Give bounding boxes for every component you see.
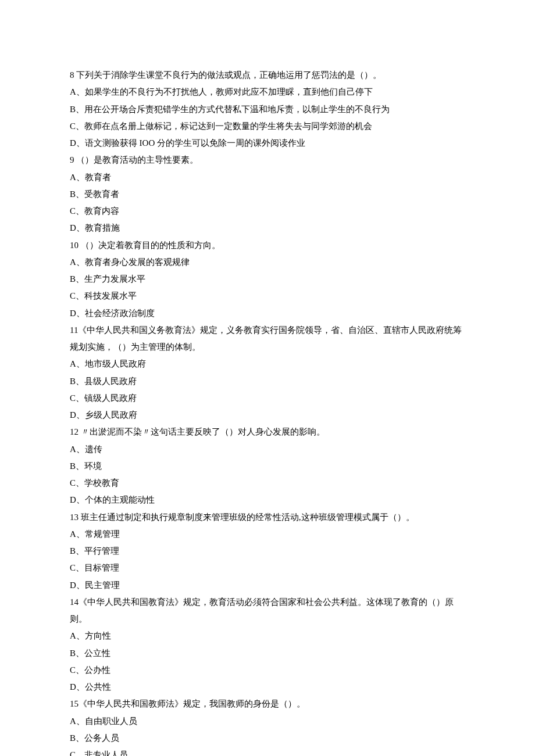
text-line: A、如果学生的不良行为不打扰他人，教师对此应不加理睬，直到他们自己停下 bbox=[70, 84, 465, 101]
text-line: B、县级人民政府 bbox=[70, 373, 465, 390]
text-line: D、教育措施 bbox=[70, 220, 465, 237]
text-line: A、教育者身心发展的客观规律 bbox=[70, 254, 465, 271]
text-line: D、民主管理 bbox=[70, 577, 465, 594]
text-line: D、个体的主观能动性 bbox=[70, 492, 465, 508]
text-line: A、遗传 bbox=[70, 441, 465, 458]
text-line: D、语文测验获得 IOO 分的学生可以免除一周的课外阅读作业 bbox=[70, 135, 465, 152]
text-line: B、生产力发展水平 bbox=[70, 271, 465, 288]
text-line: C、学校教育 bbox=[70, 475, 465, 492]
text-line: 15《中华人民共和国教师法》规定，我国教师的身份是（）。 bbox=[70, 696, 465, 712]
text-line: D、乡级人民政府 bbox=[70, 407, 465, 424]
text-line: D、社会经济政治制度 bbox=[70, 305, 465, 322]
text-line: C、目标管理 bbox=[70, 560, 465, 576]
text-line: D、公共性 bbox=[70, 679, 465, 696]
text-line: C、非专业人员 bbox=[70, 747, 465, 756]
text-line: A、常规管理 bbox=[70, 526, 465, 543]
text-line: 14《中华人民共和国教育法》规定，教育活动必须符合国家和社会公共利益。这体现了教… bbox=[70, 594, 465, 628]
text-line: B、公立性 bbox=[70, 645, 465, 662]
text-line: 9 （）是教育活动的主导性要素。 bbox=[70, 152, 465, 169]
text-line: 11《中华人民共和国义务教育法》规定，义务教育实行国务院领导，省、自治区、直辖市… bbox=[70, 322, 465, 356]
text-line: C、公办性 bbox=[70, 662, 465, 679]
text-line: 12 〃出淤泥而不染〃这句话主要反映了（）对人身心发展的影响。 bbox=[70, 424, 465, 440]
text-line: A、方向性 bbox=[70, 628, 465, 644]
document-body: 8 下列关于消除学生课堂不良行为的做法或观点，正确地运用了惩罚法的是（）。A、如… bbox=[70, 67, 465, 756]
text-line: C、科技发展水平 bbox=[70, 288, 465, 304]
text-line: A、地市级人民政府 bbox=[70, 356, 465, 372]
text-line: 10 （）决定着教育目的的性质和方向。 bbox=[70, 237, 465, 254]
text-line: C、教育内容 bbox=[70, 203, 465, 220]
text-line: C、教师在点名册上做标记，标记达到一定数量的学生将失去与同学郊游的机会 bbox=[70, 118, 465, 135]
text-line: B、环境 bbox=[70, 458, 465, 475]
text-line: B、平行管理 bbox=[70, 543, 465, 560]
text-line: A、自由职业人员 bbox=[70, 713, 465, 730]
text-line: B、受教育者 bbox=[70, 186, 465, 203]
text-line: C、镇级人民政府 bbox=[70, 390, 465, 407]
text-line: A、教育者 bbox=[70, 169, 465, 186]
text-line: B、公务人员 bbox=[70, 730, 465, 747]
text-line: 8 下列关于消除学生课堂不良行为的做法或观点，正确地运用了惩罚法的是（）。 bbox=[70, 67, 465, 84]
text-line: B、用在公开场合斥责犯错学生的方式代替私下温和地斥责，以制止学生的不良行为 bbox=[70, 101, 465, 118]
text-line: 13 班主任通过制定和执行规章制度来管理班级的经常性活动,这种班级管理模式属于（… bbox=[70, 509, 465, 526]
